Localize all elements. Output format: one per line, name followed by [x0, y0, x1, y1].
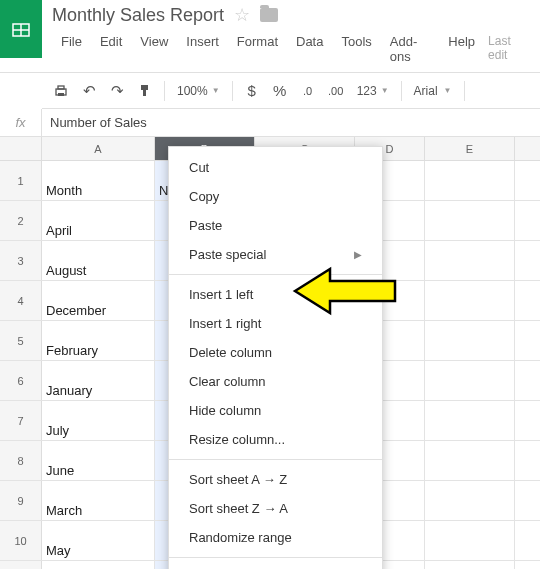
ctx-get-link[interactable]: Get link to this range [169, 563, 382, 569]
zoom-select[interactable]: 100%▼ [171, 84, 226, 98]
cell[interactable]: February [42, 321, 155, 360]
ctx-paste-special[interactable]: Paste special▶ [169, 240, 382, 269]
cell[interactable]: Month [42, 161, 155, 200]
ctx-cut[interactable]: Cut [169, 153, 382, 182]
svg-rect-4 [58, 86, 64, 89]
row-header[interactable]: 6 [0, 361, 42, 400]
cell[interactable]: November [42, 561, 155, 569]
separator [169, 557, 382, 558]
svg-rect-7 [143, 90, 146, 96]
percent-button[interactable]: % [267, 78, 293, 104]
row-header[interactable]: 1 [0, 161, 42, 200]
formula-input[interactable]: Number of Sales [42, 115, 155, 130]
last-edit-text: Last edit [484, 30, 530, 68]
menu-data[interactable]: Data [287, 30, 332, 68]
decrease-decimal-button[interactable]: .0 [295, 78, 321, 104]
undo-icon[interactable]: ↶ [76, 78, 102, 104]
redo-icon[interactable]: ↷ [104, 78, 130, 104]
font-select[interactable]: Arial▼ [408, 84, 458, 98]
menu-edit[interactable]: Edit [91, 30, 131, 68]
ctx-randomize[interactable]: Randomize range [169, 523, 382, 552]
menu-format[interactable]: Format [228, 30, 287, 68]
menu-tools[interactable]: Tools [332, 30, 380, 68]
svg-rect-5 [58, 93, 64, 96]
row-header[interactable]: 10 [0, 521, 42, 560]
row-header[interactable]: 4 [0, 281, 42, 320]
select-all-corner[interactable] [0, 137, 42, 160]
cell[interactable]: March [42, 481, 155, 520]
menu-addons[interactable]: Add-ons [381, 30, 439, 68]
cell[interactable]: July [42, 401, 155, 440]
cell[interactable]: April [42, 201, 155, 240]
increase-decimal-button[interactable]: .00 [323, 78, 349, 104]
separator [169, 459, 382, 460]
cell[interactable] [425, 561, 515, 569]
context-menu: Cut Copy Paste Paste special▶ Insert 1 l… [168, 146, 383, 569]
currency-button[interactable]: $ [239, 78, 265, 104]
print-icon[interactable] [48, 78, 74, 104]
menu-file[interactable]: File [52, 30, 91, 68]
row-header[interactable]: 8 [0, 441, 42, 480]
ctx-insert-left[interactable]: Insert 1 left [169, 280, 382, 309]
number-format-select[interactable]: 123▼ [351, 84, 395, 98]
column-header-e[interactable]: E [425, 137, 515, 160]
cell[interactable] [425, 321, 515, 360]
ctx-sort-az[interactable]: Sort sheet A → Z [169, 465, 382, 494]
folder-icon[interactable] [260, 8, 278, 22]
sheets-logo[interactable] [0, 0, 42, 58]
cell[interactable]: June [42, 441, 155, 480]
ctx-insert-right[interactable]: Insert 1 right [169, 309, 382, 338]
separator [169, 274, 382, 275]
ctx-delete-column[interactable]: Delete column [169, 338, 382, 367]
ctx-resize-column[interactable]: Resize column... [169, 425, 382, 454]
menu-insert[interactable]: Insert [177, 30, 228, 68]
row-header[interactable]: 5 [0, 321, 42, 360]
ctx-hide-column[interactable]: Hide column [169, 396, 382, 425]
cell[interactable] [425, 201, 515, 240]
row-header[interactable]: 3 [0, 241, 42, 280]
fx-label: fx [0, 109, 42, 136]
cell[interactable]: January [42, 361, 155, 400]
ctx-paste[interactable]: Paste [169, 211, 382, 240]
row-header[interactable]: 2 [0, 201, 42, 240]
row-header[interactable]: 7 [0, 401, 42, 440]
cell[interactable]: December [42, 281, 155, 320]
cell[interactable] [425, 521, 515, 560]
column-header-a[interactable]: A [42, 137, 155, 160]
cell[interactable]: May [42, 521, 155, 560]
svg-rect-6 [141, 85, 148, 90]
cell[interactable] [425, 481, 515, 520]
cell[interactable] [425, 361, 515, 400]
document-title[interactable]: Monthly Sales Report [52, 5, 224, 26]
menu-help[interactable]: Help [439, 30, 484, 68]
toolbar: ↶ ↷ 100%▼ $ % .0 .00 123▼ Arial▼ [42, 73, 540, 109]
cell[interactable] [425, 401, 515, 440]
cell[interactable] [425, 241, 515, 280]
cell[interactable]: August [42, 241, 155, 280]
row-header[interactable]: 11 [0, 561, 42, 569]
submenu-arrow-icon: ▶ [354, 249, 362, 260]
menu-view[interactable]: View [131, 30, 177, 68]
cell[interactable] [425, 161, 515, 200]
ctx-clear-column[interactable]: Clear column [169, 367, 382, 396]
paint-format-icon[interactable] [132, 78, 158, 104]
cell[interactable] [425, 281, 515, 320]
row-header[interactable]: 9 [0, 481, 42, 520]
ctx-copy[interactable]: Copy [169, 182, 382, 211]
ctx-sort-za[interactable]: Sort sheet Z → A [169, 494, 382, 523]
star-icon[interactable]: ☆ [234, 4, 250, 26]
cell[interactable] [425, 441, 515, 480]
